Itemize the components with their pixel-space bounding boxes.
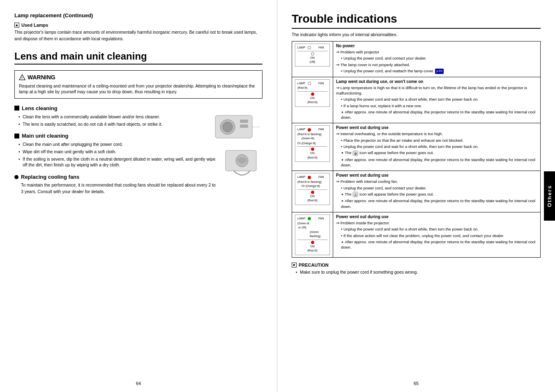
- lens-cleaning-icon: [14, 106, 19, 111]
- on-circle-5: [311, 241, 314, 244]
- table-row: LAMP FAN (Red lit or flashing) Or (Orang…: [292, 171, 541, 212]
- table-row: LAMP FAN (Red lit or flashing) (Green li…: [292, 123, 541, 171]
- desc-2-2: Unplug the power cord and wait for a sho…: [336, 97, 537, 102]
- main-unit-cleaning-icon: [14, 134, 19, 138]
- indicator-diagram-4: LAMP FAN (Red lit or flashing) Or (Orang…: [295, 173, 330, 205]
- on-circle-4: [311, 191, 314, 194]
- table-row: LAMP FAN (Green lit or Off) (Green flash…: [292, 212, 541, 258]
- description-cell-1: No power Problem with projector Unplug t…: [333, 42, 541, 77]
- description-cell-2: Lamp went out during use, or won't come …: [333, 77, 541, 123]
- desc-3-5: After approx. one minute of abnormal dis…: [336, 157, 537, 168]
- desc-4-4: After approx. one minute of abnormal dis…: [336, 198, 537, 209]
- desc-5-1: Problem inside the projector.: [336, 220, 537, 226]
- replacing-fans-body: To maintain the performance, it is recom…: [14, 182, 263, 195]
- desc-3-2: Place the projector so that the air inta…: [336, 138, 537, 143]
- desc-4-2: Unplug the power cord, and contact your …: [336, 185, 537, 191]
- trouble-heading-4: Power went out during use: [336, 173, 537, 178]
- warning-title: ! WARNING: [19, 74, 258, 81]
- desc-4-3: The ⚠ icon will appear before the power …: [336, 191, 537, 197]
- description-cell-4: Power went out during use Problem with i…: [333, 171, 541, 212]
- svg-text:⚙: ⚙: [354, 152, 357, 155]
- desc-5-3: If the above action will not clear the p…: [336, 233, 537, 238]
- indicator-cell-5: LAMP FAN (Green lit or Off) (Green flash…: [292, 212, 333, 258]
- desc-2-3: If a lamp burns out, replace it with a n…: [336, 103, 537, 108]
- precaution-box: ■ PRECAUTION Make sure to unplug the pow…: [292, 263, 541, 275]
- main-unit-cleaning-item-1: Clean the main unit after unplugging the…: [18, 141, 263, 148]
- on-circle-2: [311, 92, 314, 96]
- trouble-heading-1: No power: [336, 44, 537, 48]
- used-lamps-icon: ■: [14, 23, 19, 28]
- indicator-diagram-3: LAMP FAN (Red lit or flashing) (Green li…: [295, 125, 330, 162]
- desc-3-1: Internal overheating, or the outside tem…: [336, 131, 537, 136]
- right-title: Trouble indications: [292, 12, 541, 29]
- precaution-heading: ■ PRECAUTION: [292, 263, 541, 267]
- precaution-icon: ■: [292, 263, 297, 267]
- lamp-circle-5: [308, 217, 311, 220]
- desc-5-2: Unplug the power cord and wait for a sho…: [336, 226, 537, 232]
- description-cell-3: Power went out during use Internal overh…: [333, 123, 541, 171]
- lens-cleaning-heading: Lens cleaning: [14, 105, 209, 111]
- desc-1-3: The lamp cover is not properly attached.: [336, 62, 537, 67]
- indicator-diagram-5: LAMP FAN (Green lit or Off) (Green flash…: [295, 214, 330, 255]
- page-left: Lamp replacement (Continued) ■ Used Lamp…: [0, 0, 277, 392]
- lamp-circle-2: [308, 82, 311, 85]
- lamp-circle-3: [308, 128, 311, 131]
- page-num-left: 64: [136, 381, 141, 386]
- main-unit-cleaning-item-2: Wipe dirt off the main unit gently with …: [18, 149, 263, 155]
- desc-2-1: Lamp temperature is high so that it is d…: [336, 85, 537, 96]
- precaution-list: Make sure to unplug the power cord if so…: [292, 269, 541, 275]
- page-right: Trouble indications The indicator lights…: [277, 0, 555, 392]
- on-circle-1: [311, 52, 314, 55]
- desc-4-1: Problem with internal cooling fan.: [336, 179, 537, 184]
- desc-3-3: Unplug the power cord and wait for a sho…: [336, 144, 537, 149]
- main-unit-cleaning-heading: Main unit cleaning: [14, 133, 209, 139]
- indicator-cell-4: LAMP FAN (Red lit or flashing) Or (Orang…: [292, 171, 333, 212]
- used-lamps-heading: ■ Used Lamps: [14, 23, 263, 28]
- desc-1-2: Unplug the power cord, and contact your …: [336, 55, 537, 61]
- intro-text: The indicator lights inform you of inter…: [292, 32, 541, 37]
- indicator-cell-2: LAMP FAN (Red lit) ON(Red lit): [292, 77, 333, 123]
- trouble-heading-3: Power went out during use: [336, 125, 537, 130]
- warning-text: Request cleaning and maintenance of a ce…: [19, 83, 258, 95]
- others-tab: Others: [544, 171, 555, 221]
- page-num-right: 65: [414, 381, 419, 386]
- main-unit-cleaning-item-3: If the soiling is severe, dip the cloth …: [18, 156, 263, 168]
- description-cell-5: Power went out during use Problem inside…: [333, 212, 541, 258]
- desc-1-1: Problem with projector: [336, 49, 537, 55]
- table-row: LAMP FAN ON(Off) No power Problem with p…: [292, 42, 541, 77]
- trouble-table: LAMP FAN ON(Off) No power Problem with p…: [292, 41, 541, 258]
- trouble-heading-2: Lamp went out during use, or won't come …: [336, 79, 537, 84]
- desc-5-4: After approx. one minute of abnormal dis…: [336, 239, 537, 250]
- replacing-fans-icon: [14, 175, 18, 179]
- lamp-circle-1: [308, 46, 311, 49]
- indicator-cell-3: LAMP FAN (Red lit or flashing) (Green li…: [292, 123, 333, 171]
- indicator-diagram-1: LAMP FAN ON(Off): [295, 44, 330, 67]
- indicator-cell-1: LAMP FAN ON(Off): [292, 42, 333, 77]
- precaution-item: Make sure to unplug the power cord if so…: [296, 269, 541, 275]
- trouble-heading-5: Power went out during use: [336, 214, 537, 219]
- desc-1-4: Unplug the power cord, and reattach the …: [336, 68, 537, 74]
- svg-text:!: !: [21, 76, 23, 80]
- desc-3-4: The ⚙ icon will appear before the power …: [336, 150, 537, 156]
- replacing-fans-heading: Replacing cooling fans: [14, 174, 217, 180]
- big-section-title: Lens and main unit cleaning: [14, 51, 263, 65]
- indicator-diagram-2: LAMP FAN (Red lit) ON(Red lit): [295, 79, 330, 107]
- desc-2-4: After approx. one minute of abnormal dis…: [336, 109, 537, 120]
- warning-icon: !: [19, 74, 25, 81]
- warning-box: ! WARNING Request cleaning and maintenan…: [14, 70, 263, 99]
- svg-text:⚠: ⚠: [354, 193, 357, 197]
- lens-cleaning-item-2: The lens is easily scratched, so do not …: [18, 121, 263, 127]
- lamp-circle-4: [308, 176, 311, 179]
- on-circle-3: [311, 148, 314, 151]
- lens-cleaning-item-1: Clean the lens with a commercially avail…: [18, 114, 263, 120]
- table-row: LAMP FAN (Red lit) ON(Red lit) Lamp went: [292, 77, 541, 123]
- used-lamps-body: This projector's lamps contain trace amo…: [14, 29, 263, 42]
- section-title: Lamp replacement (Continued): [14, 12, 263, 18]
- ref-badge-1: p.63: [435, 69, 444, 74]
